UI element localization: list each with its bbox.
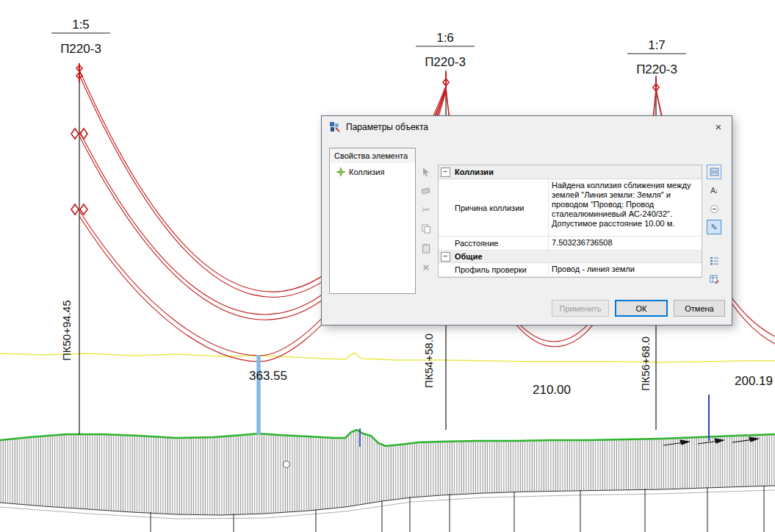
row-check-profile: Профиль проверки Провод - линия земли	[439, 263, 702, 277]
grid-section-general-label: Общие	[455, 252, 483, 261]
tower-3-type-label: П220-3	[636, 62, 677, 76]
tower-2-type-label: П220-3	[425, 55, 466, 69]
cancel-button[interactable]: Отмена	[674, 300, 725, 317]
collision-reason-label: Причина коллизии	[439, 179, 549, 236]
sort-az-icon[interactable]: А↓	[707, 183, 721, 198]
distance-value[interactable]: 7.503236736508	[549, 237, 702, 250]
edit-property-icon[interactable]: ✎	[707, 220, 721, 234]
scissors-icon[interactable]: ✂	[419, 203, 433, 217]
row-distance: Расстояние 7.503236736508	[439, 237, 702, 251]
terrain-hatch-band	[0, 430, 775, 515]
span-length-label-2: 210.00	[533, 383, 571, 397]
check-profile-value[interactable]: Провод - линия земли	[549, 263, 702, 276]
table-edit-icon[interactable]	[707, 272, 721, 287]
edit-toolbar: ✂ ×	[417, 165, 435, 279]
grid-section-collisions-label: Коллизии	[455, 168, 494, 176]
close-icon[interactable]: ×	[708, 118, 729, 134]
tree-item-collision[interactable]: Коллизия	[330, 163, 415, 176]
property-grid: − Коллизии Причина коллизии Найдена колл…	[438, 165, 702, 278]
band-point-marker	[284, 461, 290, 468]
ok-button[interactable]: ОК	[615, 300, 668, 317]
tower-1-type-label: П220-3	[60, 42, 101, 56]
collapse-icon[interactable]: −	[441, 168, 450, 177]
distance-label: Расстояние	[439, 237, 549, 250]
tower-2-scale-label: 1:6	[436, 31, 454, 45]
span-length-label-1: 363.55	[249, 369, 287, 383]
element-tree-panel: Коллизия	[329, 162, 416, 294]
collision-icon	[336, 168, 345, 176]
categorized-view-icon[interactable]	[707, 165, 721, 179]
check-profile-label: Профиль проверки	[439, 263, 549, 276]
grid-view-toolbar: А↓ ✎	[704, 165, 724, 290]
paste-icon[interactable]	[419, 241, 433, 255]
station-label-2: ПК54+58.0	[422, 334, 435, 388]
tower-1-scale-label: 1:5	[72, 18, 90, 32]
station-label-3: ПК56+68.0	[639, 337, 652, 391]
app-icon	[329, 121, 341, 133]
collision-reason-value[interactable]: Найдена коллизия сближения между землей …	[549, 179, 702, 236]
list-view-icon[interactable]	[707, 254, 721, 268]
select-icon[interactable]	[419, 165, 433, 179]
dialog-title: Параметры объекта	[346, 122, 428, 132]
tree-item-label: Коллизия	[349, 168, 384, 176]
grid-section-general[interactable]: − Общие	[439, 251, 702, 263]
dialog-titlebar[interactable]: Параметры объекта ×	[322, 116, 732, 138]
grid-section-collisions[interactable]: − Коллизии	[439, 165, 702, 179]
tab-element-properties[interactable]: Свойства элемента	[329, 148, 416, 163]
lowered-profile-line	[0, 353, 775, 362]
apply-button[interactable]: Применить	[552, 300, 609, 317]
copy-icon[interactable]	[419, 222, 433, 236]
collapse-icon[interactable]: −	[441, 252, 450, 262]
remove-property-icon[interactable]	[707, 201, 721, 216]
station-label-1: ПК50+94.45	[60, 301, 73, 362]
span-length-label-3: 200.19	[735, 374, 773, 388]
object-parameters-dialog: Параметры объекта × Свойства элемента Ко…	[321, 115, 732, 326]
delete-icon[interactable]: ×	[419, 260, 433, 274]
eraser-icon[interactable]	[419, 184, 433, 198]
tower-3-scale-label: 1:7	[648, 38, 666, 52]
row-collision-reason: Причина коллизии Найдена коллизия сближе…	[439, 179, 702, 237]
